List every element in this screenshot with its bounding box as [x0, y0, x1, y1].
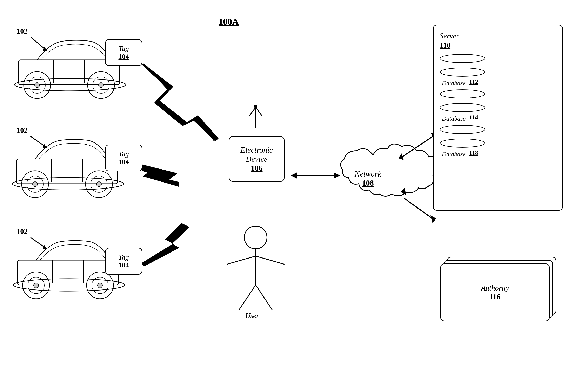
- svg-point-24: [23, 272, 50, 299]
- db-num-118: 118: [469, 149, 478, 157]
- user-label: User: [245, 312, 259, 320]
- electronic-device-box: Electronic Device 106: [229, 136, 284, 182]
- svg-line-52: [31, 37, 45, 50]
- svg-marker-34: [142, 167, 175, 182]
- authority-box-front: Authority 116: [440, 264, 550, 321]
- db-num-114: 114: [469, 114, 478, 122]
- svg-marker-33: [140, 61, 219, 142]
- tag-box-3: Tag 104: [105, 248, 142, 275]
- tag-label-3: Tag: [118, 253, 129, 261]
- svg-point-5: [88, 72, 115, 99]
- electronic-device-label2: Device: [246, 155, 267, 164]
- svg-line-40: [256, 107, 262, 116]
- svg-marker-43: [334, 172, 340, 179]
- svg-point-6: [93, 77, 109, 93]
- svg-point-13: [22, 171, 48, 198]
- user-label-container: User: [245, 312, 259, 320]
- svg-point-51: [244, 226, 267, 249]
- db-label-112: Database: [442, 79, 465, 87]
- diagram-container: 100A 102 102 102 Tag 104 Tag 104 Tag 104…: [0, 0, 588, 376]
- svg-point-29: [97, 283, 103, 288]
- svg-point-17: [91, 176, 107, 192]
- database-114: Database 114: [440, 89, 554, 122]
- network-num: 108: [355, 178, 381, 188]
- svg-rect-1: [19, 60, 120, 85]
- svg-point-27: [87, 272, 113, 299]
- svg-line-45: [402, 136, 433, 157]
- svg-marker-53: [43, 47, 47, 51]
- svg-line-54: [31, 136, 45, 147]
- svg-marker-35: [143, 165, 179, 186]
- svg-point-26: [34, 283, 39, 288]
- svg-point-41: [254, 105, 257, 108]
- server-box: Server 110 Database 112 Database 1: [433, 25, 563, 210]
- network-label-container: Network 108: [355, 169, 381, 188]
- svg-rect-12: [17, 159, 117, 184]
- database-118: Database 118: [440, 125, 554, 157]
- db-top-118: [440, 125, 485, 134]
- db-top-112: [440, 54, 485, 63]
- svg-point-16: [85, 171, 112, 198]
- svg-line-48: [404, 198, 433, 219]
- ref-label-102-top: 102: [17, 27, 28, 35]
- database-112: Database 112: [440, 54, 554, 87]
- db-label-114: Database: [442, 115, 465, 122]
- svg-marker-44: [291, 172, 297, 179]
- server-label: Server: [440, 32, 554, 40]
- db-num-112: 112: [469, 78, 478, 87]
- svg-point-18: [96, 182, 101, 187]
- svg-line-56: [31, 237, 45, 248]
- svg-marker-37: [141, 223, 190, 266]
- db-bottom-118: [440, 139, 485, 148]
- electronic-device-label: Electronic: [241, 145, 273, 155]
- svg-marker-47: [398, 154, 404, 160]
- svg-rect-23: [18, 260, 118, 285]
- svg-point-25: [28, 277, 44, 294]
- svg-marker-50: [401, 188, 406, 195]
- authority-label: Authority: [481, 284, 509, 292]
- svg-point-11: [12, 177, 124, 190]
- svg-point-4: [35, 83, 40, 88]
- svg-marker-57: [43, 245, 47, 249]
- svg-point-2: [24, 72, 51, 99]
- svg-point-7: [99, 83, 104, 88]
- db-bottom-112: [440, 67, 485, 77]
- svg-point-3: [29, 77, 45, 93]
- svg-point-22: [13, 279, 125, 291]
- electronic-device-num: 106: [251, 164, 263, 173]
- tag-label-1: Tag: [118, 45, 129, 53]
- tag-label-2: Tag: [118, 150, 129, 158]
- db-top-114: [440, 89, 485, 99]
- network-label: Network: [355, 169, 381, 178]
- tag-num-2: 104: [118, 158, 129, 166]
- ref-label-102-bottom: 102: [17, 227, 28, 236]
- db-bottom-114: [440, 103, 485, 112]
- tag-num-3: 104: [118, 261, 129, 269]
- svg-marker-49: [430, 215, 436, 223]
- svg-point-0: [14, 78, 126, 91]
- tag-box-2: Tag 104: [105, 144, 142, 171]
- authority-num: 116: [490, 292, 500, 301]
- db-label-118: Database: [442, 151, 465, 157]
- diagram-title-text: 100A: [219, 17, 239, 27]
- svg-point-14: [27, 176, 43, 192]
- svg-point-15: [32, 182, 38, 187]
- svg-marker-36: [142, 164, 179, 187]
- ref-label-102-middle: 102: [17, 126, 28, 135]
- server-num: 110: [440, 41, 554, 50]
- tag-box-1: Tag 104: [105, 39, 142, 66]
- svg-point-28: [92, 277, 108, 294]
- svg-line-39: [250, 107, 256, 116]
- svg-marker-55: [43, 144, 47, 148]
- tag-num-1: 104: [118, 53, 129, 60]
